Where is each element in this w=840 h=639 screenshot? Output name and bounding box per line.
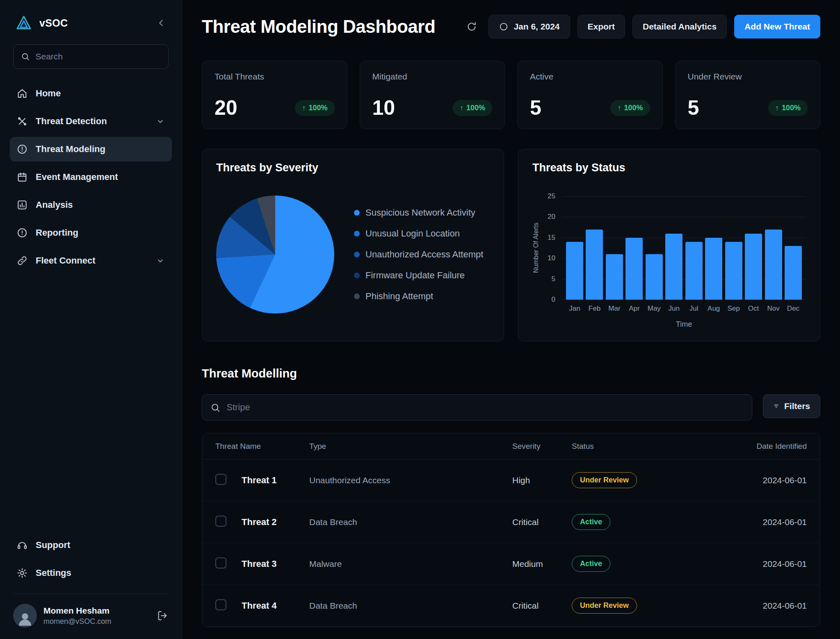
sidebar-divider — [13, 594, 169, 594]
table-search-input[interactable] — [226, 402, 744, 413]
column-type: Type — [309, 442, 512, 451]
arrow-up-icon: ↑ — [302, 104, 306, 112]
table-row[interactable]: Threat 4 Data Breach Critical Under Revi… — [202, 585, 820, 627]
headset-icon — [16, 539, 28, 551]
row-checkbox[interactable] — [215, 474, 226, 485]
sidebar-footer-nav: Support Settings — [10, 533, 172, 585]
sidebar-item-fleet-connect[interactable]: Fleet Connect — [10, 248, 172, 273]
link-icon — [16, 255, 28, 266]
table-row[interactable]: Threat 3 Malware Medium Active 2024-06-0… — [202, 543, 820, 585]
add-new-threat-button[interactable]: Add New Threat — [734, 15, 820, 39]
modeling-icon — [16, 143, 28, 155]
table-row[interactable]: Threat 2 Data Breach Critical Active 202… — [202, 501, 820, 543]
sidebar-item-reporting[interactable]: Reporting — [10, 221, 172, 245]
bar-oct — [745, 234, 762, 300]
x-tick-label: Mar — [606, 305, 623, 313]
status-badge: Active — [572, 514, 610, 530]
row-checkbox[interactable] — [215, 516, 226, 527]
threat-severity: High — [512, 475, 572, 485]
x-tick-label: Apr — [625, 305, 643, 313]
legend-dot — [354, 231, 360, 236]
home-icon — [16, 88, 28, 99]
status-card: Threats by Status Number Of Alerts 25201… — [518, 149, 820, 341]
sidebar-item-support[interactable]: Support — [10, 533, 172, 557]
stat-card-under-review: Under Review 5 ↑100% — [675, 61, 821, 129]
sidebar-item-settings[interactable]: Settings — [10, 561, 172, 585]
logout-icon[interactable] — [156, 609, 169, 622]
stat-value: 5 — [688, 98, 699, 118]
gridline — [562, 300, 806, 300]
arrow-up-icon: ↑ — [460, 104, 463, 112]
sidebar-item-event-management[interactable]: Event Management — [10, 165, 172, 189]
threat-type: Malware — [309, 559, 512, 569]
sidebar-item-home[interactable]: Home — [10, 81, 172, 106]
stat-card-active: Active 5 ↑100% — [517, 61, 663, 129]
threat-severity: Critical — [512, 601, 572, 611]
stat-value: 5 — [530, 98, 541, 118]
status-badge: Under Review — [572, 472, 637, 488]
y-tick-label: 25 — [548, 192, 555, 200]
x-tick-label: Nov — [765, 305, 782, 313]
sidebar-nav: Home Threat Detection Threat Modeling Ev… — [10, 81, 172, 273]
bar-sep — [725, 242, 742, 300]
filters-button[interactable]: Filters — [763, 394, 820, 418]
threats-table: Threat Name Type Severity Status Date Id… — [202, 433, 820, 627]
detailed-analytics-button[interactable]: Detailed Analytics — [632, 15, 727, 39]
sidebar-item-label: Fleet Connect — [36, 255, 95, 266]
arrow-up-icon: ↑ — [617, 104, 621, 112]
threat-name: Threat 3 — [242, 559, 309, 569]
sidebar-item-label: Event Management — [36, 172, 118, 182]
y-axis-label: Number Of Alerts — [532, 196, 540, 300]
stat-label: Total Threats — [215, 72, 335, 82]
refresh-button[interactable] — [462, 17, 481, 36]
delta-badge: ↑100% — [610, 100, 650, 116]
bar-apr — [625, 238, 643, 300]
bar-jun — [665, 234, 682, 300]
legend-label: Firmware Update Failure — [365, 270, 465, 281]
brand: vSOC — [10, 11, 172, 43]
gear-icon — [16, 567, 28, 579]
sidebar-item-analysis[interactable]: Analysis — [10, 193, 172, 217]
status-badge: Active — [572, 556, 610, 572]
y-tick-label: 20 — [548, 213, 555, 221]
date-picker-button[interactable]: Jan 6, 2024 — [488, 15, 570, 39]
page-title: Threat Modeling Dashboard — [202, 16, 435, 37]
sidebar-item-threat-detection[interactable]: Threat Detection — [10, 109, 172, 134]
sidebar-item-label: Support — [36, 540, 70, 550]
severity-legend: Suspicious Network Activity Unusual Logi… — [354, 207, 483, 302]
sidebar-item-label: Reporting — [36, 227, 78, 238]
bar-jan — [566, 242, 583, 300]
threat-name: Threat 1 — [242, 475, 309, 486]
legend-dot — [354, 273, 360, 278]
sidebar-item-label: Analysis — [36, 200, 73, 210]
filters-label: Filters — [784, 401, 810, 411]
bar-plot — [562, 196, 806, 300]
x-tick-label: Aug — [705, 305, 722, 313]
charts-row: Threats by Severity Suspicious Network A… — [202, 149, 820, 341]
chevron-down-icon — [155, 116, 165, 126]
column-date-identified: Date Identified — [729, 442, 807, 451]
stat-value: 10 — [372, 98, 395, 118]
app-root: vSOC Home Threat Detection Threat Modeli… — [0, 0, 840, 639]
x-tick-label: Sep — [725, 305, 742, 313]
sidebar-collapse-button[interactable] — [155, 16, 168, 30]
bar-feb — [586, 230, 603, 300]
x-tick-label: Jul — [685, 305, 703, 313]
row-checkbox[interactable] — [215, 599, 226, 610]
threat-name: Threat 2 — [242, 517, 309, 528]
bars-row — [562, 196, 806, 300]
sidebar-item-threat-modeling[interactable]: Threat Modeling — [10, 137, 172, 161]
search-icon — [21, 52, 30, 61]
row-checkbox[interactable] — [215, 557, 226, 569]
bar-nov — [765, 230, 782, 300]
add-threat-label: Add New Threat — [744, 22, 810, 32]
export-button[interactable]: Export — [578, 15, 625, 39]
table-row[interactable]: Threat 1 Unauthorized Access High Under … — [202, 459, 820, 501]
sidebar-item-label: Threat Detection — [36, 116, 107, 127]
delta-badge: ↑100% — [295, 100, 334, 116]
y-tick-label: 5 — [552, 275, 555, 283]
x-tick-label: Jan — [566, 305, 583, 313]
x-tick-label: May — [646, 305, 663, 313]
sidebar-search-input[interactable] — [36, 52, 161, 61]
reporting-icon — [16, 227, 28, 239]
